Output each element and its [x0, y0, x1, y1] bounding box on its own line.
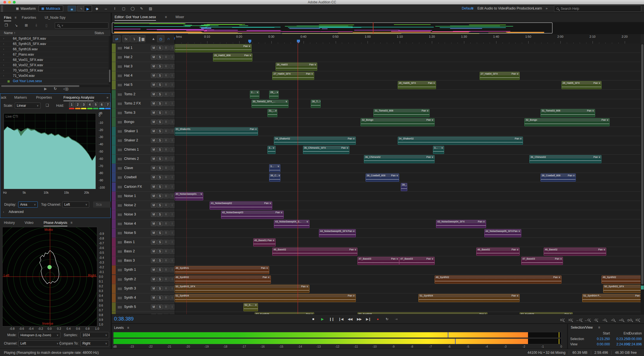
clip-38-cowbell-808[interactable]: 38_Cowbell_808Pan ∨ [541, 174, 576, 182]
track-s-button[interactable]: S [157, 147, 163, 152]
clip-43-noisesweep04-sfx[interactable]: 43_NoiseSweep04_SFXPan ∨ [436, 220, 486, 228]
list-item[interactable]: ›67_Piano.wav [0, 52, 108, 57]
clip-pan-dropdown[interactable]: Pan ∨ [341, 146, 348, 149]
zoom-out-horizontal-button[interactable]: ↔− [584, 316, 592, 322]
list-item[interactable]: ›69_Vox02_SFX.wav [0, 63, 108, 68]
track-s-button[interactable]: S [157, 184, 163, 189]
track-m-button[interactable]: M [151, 295, 157, 300]
track-header-synth-1[interactable]: Synth 1MSRI [112, 265, 175, 275]
clip-3-[interactable]: 3...∨ [433, 146, 444, 154]
clip-header[interactable]: 45_Bass01Pan ∨ [254, 239, 275, 242]
track-r-button[interactable]: R [163, 55, 169, 60]
routing-icon[interactable]: ↴ [130, 35, 138, 42]
metronome-icon[interactable]: ▲ [150, 35, 157, 42]
zoom-full-button[interactable]: I+ [634, 316, 642, 322]
clip-effects-icon[interactable]: fx [122, 35, 130, 42]
tab-markers[interactable]: Markers [14, 96, 27, 99]
clip-header[interactable]: 30_Toms02_SFX_...∨ [252, 100, 288, 103]
clip-45-bass01[interactable]: 45_Bass01Pan ∨ [253, 238, 276, 246]
track-header-noise-1[interactable]: Noise 1MSRI [112, 192, 175, 201]
clip-31-[interactable]: 31_...∨ [267, 109, 277, 117]
clip-27-hat04-sfx[interactable]: 27_Hat04_SFXPan ∨ [272, 72, 314, 80]
track-vscrollbar[interactable] [641, 44, 644, 314]
track-m-button[interactable]: M [151, 212, 157, 217]
clip-32-bongo[interactable]: 32_BongoPan ∨ [524, 118, 609, 126]
tab-favorites[interactable]: Favorites [22, 16, 36, 20]
track-r-button[interactable]: R [163, 305, 169, 309]
track-m-button[interactable]: M [151, 286, 157, 291]
track-s-button[interactable]: S [157, 277, 163, 282]
play-button[interactable]: ▶ [318, 316, 326, 322]
track-s-button[interactable]: S [157, 249, 163, 254]
track-s-button[interactable]: S [157, 82, 163, 87]
stop-button[interactable]: ■ [309, 316, 317, 322]
pause-button[interactable]: ❙❙ [327, 316, 336, 322]
clip-25-hat02-808[interactable]: 25_Hat02_808Pan ∨ [213, 53, 252, 61]
clip-38-cowbell-808[interactable]: 38_Cowbell_808Pan ∨ [366, 174, 399, 182]
clip-header[interactable]: 3...∨ [268, 146, 275, 149]
clip-34-shaker02[interactable]: 34_Shaker02Pan ∨ [274, 137, 356, 145]
playhead-line[interactable] [298, 44, 298, 314]
clip-52-s-[interactable]: 52_S...∨ [243, 303, 258, 311]
clip-dropdown[interactable]: ∨ [276, 91, 278, 94]
track-s-button[interactable]: S [157, 120, 163, 124]
clip-header[interactable]: 3...∨ [433, 146, 444, 149]
track-header-chimes-2[interactable]: Chimes 2MSRI [112, 155, 175, 164]
track-r-button[interactable]: R [163, 295, 169, 300]
track-s-button[interactable]: S [157, 138, 163, 143]
selection-view-menu-icon[interactable]: ≡ [598, 326, 600, 329]
tab-ack[interactable]: ack [1, 96, 6, 99]
clip-50-synth03-sfx[interactable]: 50_Synth03_SFX∨ [603, 285, 641, 293]
track-m-button[interactable]: M [151, 110, 157, 115]
clip-header[interactable]: 31_Toms03_808Pan ∨ [374, 109, 429, 112]
clip-51-synth04[interactable]: 51_Synth04Pan ∨ [174, 294, 356, 302]
clip-pan-dropdown[interactable]: Pan ∨ [348, 230, 355, 232]
scan-button[interactable]: Sca [93, 201, 111, 208]
files-search-box[interactable]: ∨ [55, 22, 108, 29]
track-m-button[interactable]: M [151, 92, 157, 97]
track-m-button[interactable]: M [151, 240, 157, 245]
track-header-bass-2[interactable]: Bass 2MSRI [112, 247, 175, 256]
clip-pan-dropdown[interactable]: Pan ∨ [264, 202, 271, 205]
clip-header[interactable]: 27_Hat04_SFXPan ∨ [480, 72, 520, 75]
track-s-button[interactable]: S [157, 203, 163, 208]
clip-40-noisesweep01[interactable]: 40_NoiseSweep01∨ [174, 192, 203, 200]
open-file-icon[interactable]: ❐ [2, 22, 10, 29]
clip-31-toms03-808[interactable]: 31_Toms03_808Pan ∨ [373, 109, 430, 117]
clip-pan-dropdown[interactable]: Pan ∨ [309, 63, 316, 66]
clip-46-bass02[interactable]: 46_Bass02Pan ∨ [544, 248, 606, 256]
track-m-button[interactable]: M [151, 221, 157, 226]
track-i-button[interactable]: I [169, 231, 175, 235]
track-lane[interactable] [175, 219, 641, 229]
clip-pan-dropdown[interactable]: Pan ∨ [598, 248, 605, 251]
frequency-tabs-overflow-chevron[interactable]: » [106, 96, 108, 99]
clip-34-shaker02[interactable]: 34_Shaker02Pan ∨ [398, 137, 523, 145]
clip-dropdown[interactable]: ∨ [278, 174, 280, 177]
clip-pan-dropdown[interactable]: Pan ∨ [276, 211, 283, 214]
clip-31-toms03-808[interactable]: 31_Toms03_808Pan ∨ [541, 109, 595, 117]
clip-header[interactable]: 32_BongoPan ∨ [361, 118, 434, 122]
clip-44-noisesweep05-sfx[interactable]: 44_NoiseSweep05_SFXPan ∨ [484, 229, 521, 237]
clip-pan-dropdown[interactable]: Pan ∨ [602, 118, 609, 121]
track-m-button[interactable]: M [151, 101, 157, 106]
clip-42-noisesweep03[interactable]: 42_NoiseSweep03Pan ∨ [221, 211, 284, 219]
move-tool[interactable]: ▶ [84, 5, 92, 12]
clip-dropdown[interactable]: ∨ [441, 146, 443, 149]
clip-43-noisesweep04-s-[interactable]: 43_NoiseSweep04_S...∨ [274, 220, 309, 228]
track-header-hat-1[interactable]: Hat 1MSRI [112, 44, 175, 53]
slip-tool[interactable]: ↔ [102, 5, 110, 12]
track-r-button[interactable]: R [163, 147, 169, 152]
clip-header[interactable]: 2...∨ [250, 91, 259, 94]
fast-forward-button[interactable]: ▶▶ [355, 316, 363, 322]
clip-pan-dropdown[interactable]: Pan ∨ [391, 257, 398, 260]
track-header-shaker-2[interactable]: Shaker 2MSRI [112, 136, 175, 145]
clip-pan-dropdown[interactable]: Pan ∨ [267, 239, 274, 242]
track-s-button[interactable]: S [157, 73, 163, 78]
track-header-toms-2[interactable]: Toms 2MSRI [112, 90, 175, 99]
track-lane[interactable] [175, 99, 641, 108]
zoom-out-vertical-button[interactable]: I− [567, 316, 575, 322]
clip-header[interactable]: 32_BongoPan ∨ [525, 118, 609, 122]
clip-51-synth04[interactable]: 51_Synth04Pan ∨ [418, 294, 520, 302]
clip-header[interactable]: 47_Bass03Pan ∨ [399, 257, 434, 260]
track-m-button[interactable]: M [151, 156, 157, 161]
